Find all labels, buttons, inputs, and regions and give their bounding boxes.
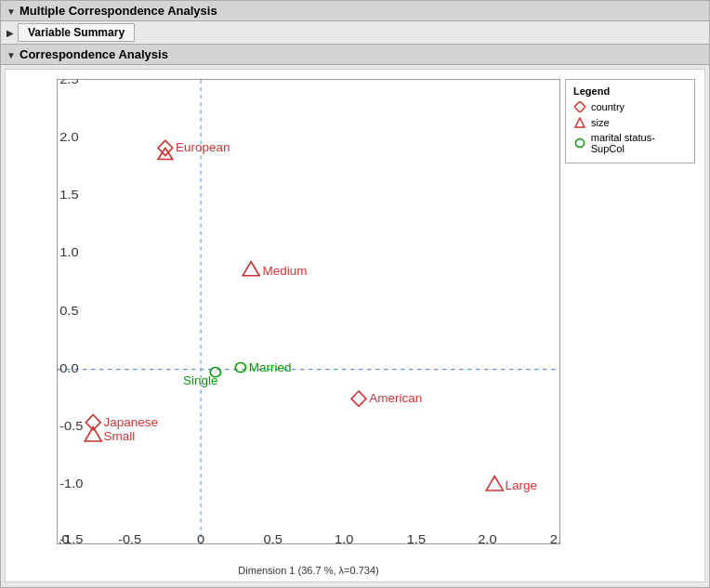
svg-marker-20 [351, 391, 366, 406]
label-single: Single [183, 374, 217, 387]
label-large: Large [506, 479, 537, 492]
section-bar: ▼ Correspondence Analysis [1, 45, 709, 65]
svg-text:0.5: 0.5 [264, 532, 283, 543]
main-container: ▼ Multiple Correspondence Analysis ▶ Var… [0, 0, 710, 588]
section-title: Correspondence Analysis [20, 47, 168, 61]
label-medium: Medium [263, 264, 308, 277]
main-title: Multiple Correspondence Analysis [20, 4, 217, 18]
tab-bar: ▶ Variable Summary [1, 21, 709, 45]
size-icon [573, 116, 586, 129]
collapse-icon[interactable]: ▼ [7, 7, 16, 16]
svg-text:2.0: 2.0 [478, 532, 497, 543]
svg-text:1.5: 1.5 [407, 532, 427, 543]
svg-marker-27 [574, 101, 585, 112]
marital-icon [573, 137, 586, 150]
legend-title: Legend [573, 85, 687, 97]
svg-text:1.0: 1.0 [335, 532, 354, 543]
svg-marker-22 [243, 262, 259, 276]
legend-box: Legend country size [565, 79, 695, 163]
svg-text:2.5: 2.5 [550, 532, 559, 543]
legend-label-country: country [591, 101, 625, 112]
legend-item-size: size [573, 116, 687, 129]
svg-text:-1.0: -1.0 [59, 477, 83, 490]
section-collapse-icon[interactable]: ▼ [7, 50, 16, 59]
legend-item-country: country [573, 100, 687, 113]
header-bar: ▼ Multiple Correspondence Analysis [1, 1, 709, 21]
svg-text:-1.5: -1.5 [59, 532, 83, 543]
label-european: European [176, 141, 230, 154]
svg-text:1.5: 1.5 [59, 188, 79, 202]
svg-text:2.5: 2.5 [59, 80, 79, 86]
plot-area: -1.0 -0.5 0 0.5 1.0 1.5 2.0 2.5 2.5 2.0 … [57, 79, 560, 544]
label-married: Married [249, 360, 292, 373]
label-small: Small [104, 430, 136, 443]
legend-label-marital: marital status-SupCol [591, 132, 687, 154]
svg-marker-24 [486, 477, 503, 490]
chart-area: Dimension 2 (25.5 %, λ=0.51) -1.0 -0.5 [5, 69, 705, 582]
svg-text:0.0: 0.0 [59, 360, 79, 374]
svg-text:1.0: 1.0 [59, 245, 79, 259]
svg-text:-0.5: -0.5 [59, 418, 83, 432]
svg-point-25 [235, 362, 245, 372]
legend-item-marital: marital status-SupCol [573, 132, 687, 154]
variable-summary-tab[interactable]: Variable Summary [18, 23, 135, 42]
svg-point-29 [575, 139, 584, 148]
country-icon [573, 100, 586, 113]
svg-text:2.0: 2.0 [59, 130, 79, 144]
svg-text:0: 0 [197, 532, 204, 543]
legend-label-size: size [591, 117, 610, 128]
label-american: American [369, 392, 422, 405]
tab-expand-icon[interactable]: ▶ [7, 28, 14, 38]
label-japanese: Japanese [104, 415, 158, 428]
plot-svg: -1.0 -0.5 0 0.5 1.0 1.5 2.0 2.5 2.5 2.0 … [58, 80, 559, 543]
svg-marker-28 [575, 118, 585, 127]
svg-text:-0.5: -0.5 [118, 532, 141, 543]
svg-text:0.5: 0.5 [59, 303, 79, 317]
x-axis-label: Dimension 1 (36.7 %, λ=0.734) [238, 565, 378, 576]
